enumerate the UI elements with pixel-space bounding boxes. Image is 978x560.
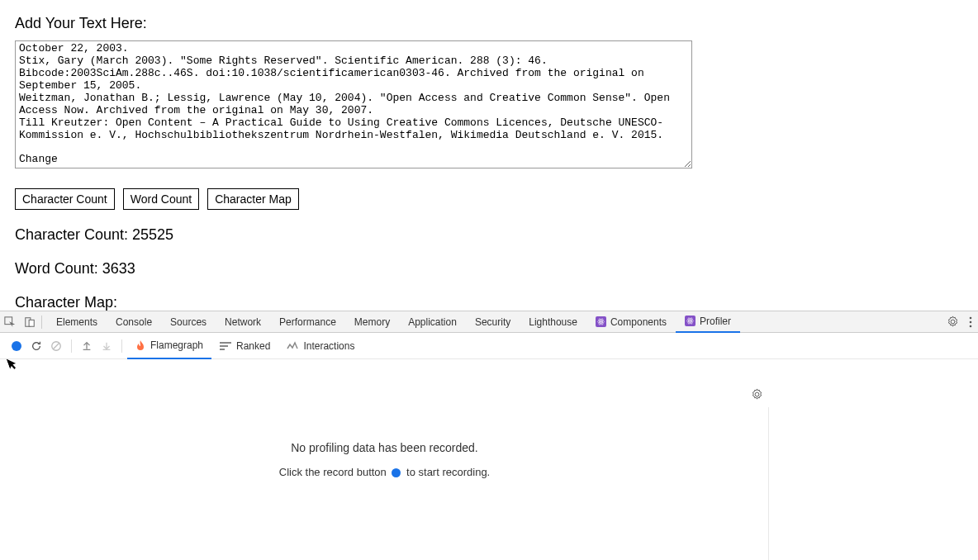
flamegraph-label: Flamegraph <box>150 339 203 351</box>
react-icon <box>685 316 696 326</box>
ranked-tab[interactable]: Ranked <box>211 333 278 359</box>
inspect-element-icon[interactable] <box>0 311 20 333</box>
instruction-before: Click the record button <box>279 466 387 478</box>
panel-divider[interactable] <box>768 407 769 560</box>
devtools-settings-icon[interactable] <box>942 316 963 328</box>
ranked-icon <box>220 341 231 351</box>
separator <box>41 316 42 329</box>
interactions-icon <box>287 341 298 351</box>
text-input[interactable] <box>15 40 692 168</box>
record-button[interactable] <box>7 333 26 359</box>
word-count-result: Word Count: 3633 <box>15 260 963 278</box>
load-profile-button[interactable] <box>77 333 97 359</box>
reload-button[interactable] <box>26 333 46 359</box>
svg-point-3 <box>601 321 602 323</box>
no-data-message: No profiling data has been recorded. <box>291 441 477 454</box>
character-map-result: Character Map: <box>15 294 963 311</box>
svg-point-12 <box>970 320 972 323</box>
interactions-tab[interactable]: Interactions <box>278 333 363 359</box>
tab-memory[interactable]: Memory <box>345 311 399 333</box>
more-icon[interactable] <box>963 316 978 328</box>
profiler-settings-icon[interactable] <box>751 388 763 401</box>
svg-point-11 <box>970 316 972 319</box>
flamegraph-tab[interactable]: Flamegraph <box>127 333 211 359</box>
app-content: Add Your Text Here: Character Count Word… <box>0 0 978 326</box>
word-count-button[interactable]: Word Count <box>123 188 199 210</box>
tab-network[interactable]: Network <box>216 311 270 333</box>
button-row: Character Count Word Count Character Map <box>15 188 963 210</box>
svg-point-7 <box>690 320 691 322</box>
instruction-after: to start recording. <box>406 466 490 478</box>
separator <box>71 339 72 353</box>
svg-rect-17 <box>220 345 228 347</box>
tab-application[interactable]: Application <box>399 311 466 333</box>
tab-console[interactable]: Console <box>107 311 161 333</box>
profiler-content: No profiling data has been recorded. Cli… <box>0 359 769 560</box>
devtools-panel: Elements Console Sources Network Perform… <box>0 311 978 560</box>
separator <box>121 339 122 353</box>
tab-security[interactable]: Security <box>466 311 520 333</box>
clear-button[interactable] <box>46 333 66 359</box>
character-count-button[interactable]: Character Count <box>15 188 115 210</box>
tab-components[interactable]: Components <box>586 311 676 333</box>
device-toggle-icon[interactable] <box>20 311 40 333</box>
instruction-message: Click the record button to start recordi… <box>279 466 490 478</box>
save-profile-button[interactable] <box>97 333 116 359</box>
record-dot-icon <box>392 468 401 477</box>
devtools-tabbar: Elements Console Sources Network Perform… <box>0 311 978 333</box>
profiler-toolbar: Flamegraph Ranked Interactions <box>0 333 978 359</box>
svg-line-15 <box>54 343 59 349</box>
tab-elements[interactable]: Elements <box>47 311 107 333</box>
tab-performance[interactable]: Performance <box>270 311 345 333</box>
record-dot-icon <box>12 341 21 351</box>
heading-label: Add Your Text Here: <box>15 15 963 32</box>
tab-profiler[interactable]: Profiler <box>676 311 740 333</box>
character-count-result: Character Count: 25525 <box>15 226 963 244</box>
character-map-button[interactable]: Character Map <box>207 188 299 210</box>
flame-icon <box>135 339 145 351</box>
svg-rect-2 <box>29 320 34 326</box>
tab-components-label: Components <box>610 316 667 328</box>
svg-point-13 <box>970 325 972 327</box>
react-icon <box>596 316 606 327</box>
tab-profiler-label: Profiler <box>700 316 731 327</box>
svg-rect-16 <box>220 342 231 344</box>
ranked-label: Ranked <box>236 340 270 352</box>
interactions-label: Interactions <box>303 340 354 352</box>
svg-rect-18 <box>220 349 225 350</box>
tab-sources[interactable]: Sources <box>161 311 216 333</box>
tab-lighthouse[interactable]: Lighthouse <box>520 311 586 333</box>
